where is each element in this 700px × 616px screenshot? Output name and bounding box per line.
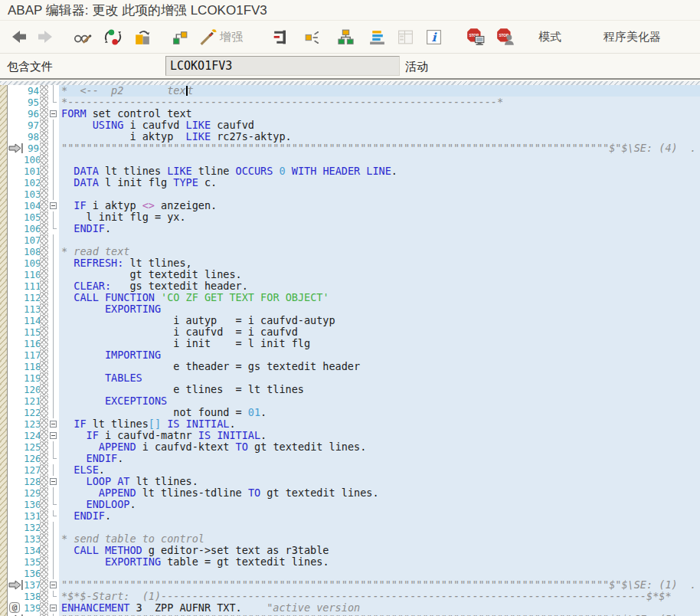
- fold-column: [48, 257, 59, 269]
- code-line[interactable]: 119 TABLES: [0, 372, 700, 384]
- editor-margin: [8, 407, 24, 418]
- code-line[interactable]: 115 i_caufvd = i_caufvd: [0, 326, 700, 338]
- display-change-button[interactable]: [72, 27, 92, 47]
- fold-toggle[interactable]: [50, 582, 57, 588]
- line-number: 129: [24, 487, 40, 499]
- code-line[interactable]: 111 CLEAR: gs_textedit_header.: [0, 280, 700, 292]
- code-line[interactable]: 98 i_aktyp LIKE rc27s-aktyp.: [0, 131, 700, 143]
- fold-toggle[interactable]: [50, 605, 57, 611]
- back-button[interactable]: [9, 27, 29, 47]
- code-line[interactable]: 102 DATA l_init_flg TYPE c.: [0, 177, 700, 188]
- editor-frame-hatch: [0, 407, 8, 418]
- forward-button[interactable]: [35, 27, 55, 47]
- fold-toggle[interactable]: [50, 432, 57, 439]
- fold-column: [48, 188, 59, 200]
- hierarchy-button[interactable]: [335, 27, 355, 47]
- code-line[interactable]: @139ENHANCEMENT 3 ZPP_AUFNR_TXT. "active…: [0, 602, 700, 614]
- code-line[interactable]: 114 i_autyp = i_caufvd-autyp: [0, 315, 700, 326]
- code-line[interactable]: 135 EXPORTING table = gt_textedit_lines.: [0, 556, 700, 568]
- code-line[interactable]: 110 gt_textedit_lines.: [0, 269, 700, 280]
- code-line[interactable]: 122 not_found = 01.: [0, 407, 700, 418]
- editor-margin: [8, 533, 24, 545]
- navigation-button[interactable]: [302, 27, 322, 47]
- code-line[interactable]: 124 IF i_caufvd-matnr IS INITIAL.: [0, 430, 700, 441]
- code-line[interactable]: 103: [0, 188, 700, 200]
- pattern-button[interactable]: 模式: [538, 30, 561, 44]
- code-line[interactable]: 131 ENDIF.: [0, 510, 700, 522]
- code-line[interactable]: 116 i_init = l_init_flg: [0, 338, 700, 349]
- enhance-button-label[interactable]: 增强: [220, 30, 243, 44]
- code-line[interactable]: 105 l_init_flg = yx.: [0, 211, 700, 223]
- include-input[interactable]: [165, 56, 400, 76]
- code-line[interactable]: 130 ENDLOOP.: [0, 499, 700, 510]
- code-line[interactable]: 112 CALL FUNCTION 'CO_ZF_GET_TEXT_FOR_OB…: [0, 292, 700, 303]
- code-line[interactable]: 113 EXPORTING: [0, 303, 700, 315]
- fold-guide: [53, 568, 54, 579]
- code-line[interactable]: 107: [0, 234, 700, 246]
- margin-arrow-icon[interactable]: [8, 143, 23, 153]
- code-line[interactable]: 95*-------------------------------------…: [0, 97, 700, 108]
- code-line[interactable]: 127 ELSE.: [0, 464, 700, 476]
- code-line[interactable]: 129 APPEND lt_tlines-tdline TO gt_texted…: [0, 487, 700, 499]
- code-line[interactable]: 137"""""""""""""""""""""""""""""""""""""…: [0, 579, 700, 591]
- code-editor[interactable]: 94* <-- p2 text95*----------------------…: [0, 81, 700, 616]
- code-line[interactable]: 126 ENDIF.: [0, 453, 700, 464]
- fold-toggle[interactable]: [50, 110, 57, 117]
- code-text: CLEAR: gs_textedit_header.: [59, 280, 700, 292]
- code-line[interactable]: 104 IF i_aktyp <> anzeigen.: [0, 200, 700, 211]
- enhancement-at-icon[interactable]: @: [9, 602, 20, 613]
- clamp-icon: [270, 28, 289, 47]
- line-number: 123: [24, 418, 40, 430]
- code-line[interactable]: 100: [0, 154, 700, 165]
- breakpoint-screen-button[interactable]: STOP: [466, 27, 486, 47]
- code-line[interactable]: 108* read text: [0, 246, 700, 257]
- code-line[interactable]: 101 DATA lt_tlines LIKE tline OCCURS 0 W…: [0, 165, 700, 177]
- code-line[interactable]: 94* <-- p2 text: [0, 85, 700, 97]
- enhance-button[interactable]: [198, 27, 218, 47]
- fold-column: [48, 303, 59, 315]
- code-line[interactable]: 121 EXCEPTIONS: [0, 395, 700, 407]
- code-line[interactable]: 134 CALL METHOD g_editor->set_text_as_r3…: [0, 545, 700, 556]
- editor-margin: [8, 200, 24, 211]
- code-line[interactable]: 109 REFRESH: lt_tlines,: [0, 257, 700, 269]
- clamp-button[interactable]: [270, 27, 289, 47]
- code-line[interactable]: 106 ENDIF.: [0, 223, 700, 234]
- code-line[interactable]: 117 IMPORTING: [0, 349, 700, 361]
- breakpoint-user-icon: STOP: [496, 27, 515, 47]
- code-line[interactable]: 96FORM set_control_text: [0, 108, 700, 120]
- editor-margin: [8, 499, 24, 510]
- margin-arrow-icon[interactable]: [8, 580, 23, 590]
- code-line[interactable]: 133* send table to control: [0, 533, 700, 545]
- code-line[interactable]: 132: [0, 522, 700, 533]
- activate-button[interactable]: [103, 27, 123, 47]
- editor-frame-hatch: [0, 326, 8, 338]
- code-line[interactable]: 97 USING i_caufvd LIKE caufvd: [0, 120, 700, 131]
- fold-toggle[interactable]: [50, 478, 57, 485]
- editor-frame-hatch: [0, 280, 8, 292]
- code-line[interactable]: 118 e_theader = gs_textedit_header: [0, 361, 700, 372]
- code-line[interactable]: 123 IF lt_tlines[] IS INITIAL.: [0, 418, 700, 430]
- code-line[interactable]: 138*$*$-Start: (1)----------------------…: [0, 591, 700, 602]
- activate-icon: [103, 28, 123, 47]
- code-line[interactable]: 125 APPEND i_caufvd-ktext TO gt_textedit…: [0, 441, 700, 453]
- sorted-list-button[interactable]: [367, 27, 387, 47]
- editor-margin: [8, 372, 24, 384]
- copy-button[interactable]: [132, 27, 152, 47]
- code-line[interactable]: 136: [0, 568, 700, 579]
- fold-column: [48, 234, 59, 246]
- change-bar: [40, 476, 48, 487]
- header-fields: 包含文件 活动: [0, 54, 700, 80]
- fold-guide: [53, 131, 54, 143]
- line-number: 137: [24, 579, 40, 591]
- breakpoint-user-button[interactable]: STOP: [496, 27, 515, 47]
- info-button[interactable]: i: [424, 27, 443, 47]
- code-line[interactable]: 99""""""""""""""""""""""""""""""""""""""…: [0, 143, 700, 154]
- where-used-button[interactable]: [170, 27, 190, 47]
- code-line[interactable]: 120 e_tlines = lt_tlines: [0, 384, 700, 395]
- pretty-printer-button[interactable]: 程序美化器: [604, 30, 661, 44]
- code-line[interactable]: 128 LOOP AT lt_tlines.: [0, 476, 700, 487]
- fold-toggle[interactable]: [50, 202, 57, 209]
- editor-frame-hatch: [0, 430, 8, 441]
- fold-toggle[interactable]: [50, 421, 57, 428]
- code-text: ENDIF.: [59, 510, 700, 522]
